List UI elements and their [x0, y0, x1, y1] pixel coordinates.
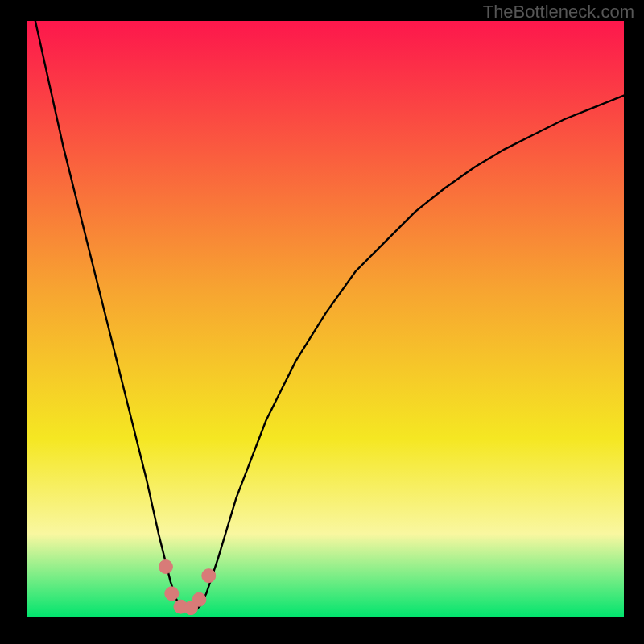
trough-marker: [159, 560, 172, 574]
watermark-text: TheBottleneck.com: [483, 2, 634, 23]
trough-marker: [202, 569, 216, 583]
trough-marker: [192, 592, 206, 606]
trough-marker: [165, 587, 179, 601]
plot-area: [27, 21, 624, 617]
chart-svg: [27, 21, 624, 617]
chart-frame: TheBottleneck.com: [0, 0, 644, 644]
gradient-background: [27, 21, 624, 617]
